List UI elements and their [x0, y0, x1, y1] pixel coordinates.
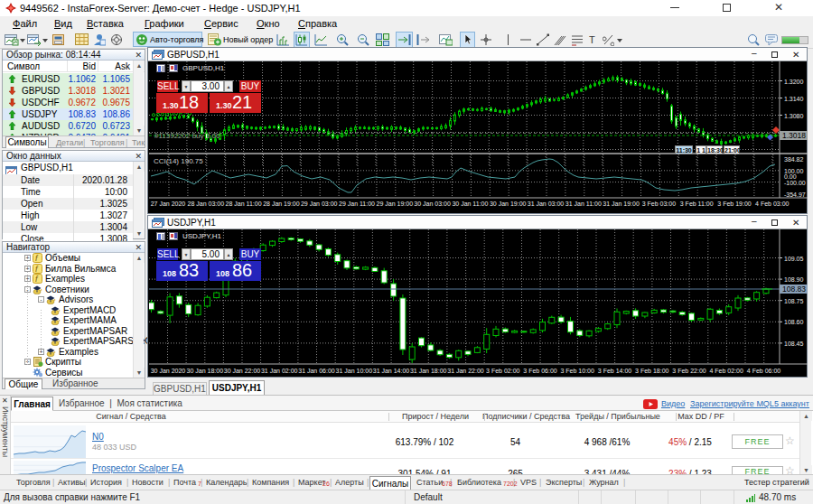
svg-text:384.82: 384.82 [784, 156, 804, 163]
svg-text:3 Feb 18:00: 3 Feb 18:00 [635, 368, 668, 374]
svg-text:31 Jan 11:00: 31 Jan 11:00 [565, 201, 602, 207]
svg-text:#11392202 buy 3.00: #11392202 buy 3.00 [154, 132, 220, 140]
svg-text:29 Jan 11:00: 29 Jan 11:00 [339, 201, 375, 207]
svg-text:3 Feb 22:00: 3 Feb 22:00 [672, 368, 706, 374]
svg-text:31 Jan 22:00: 31 Jan 22:00 [447, 368, 484, 374]
svg-text:31 Jan 14:00: 31 Jan 14:00 [373, 368, 410, 374]
svg-text:4 Feb 02:00: 4 Feb 02:00 [710, 368, 743, 374]
svg-text:1.3200: 1.3200 [784, 79, 804, 85]
svg-text:30 Jan 18:00: 30 Jan 18:00 [187, 368, 224, 374]
svg-text:4 Feb 03:00: 4 Feb 03:00 [755, 201, 789, 207]
svg-text:31 Jan 10:00: 31 Jan 10:00 [336, 368, 373, 374]
svg-text:28 Jan 19:00: 28 Jan 19:00 [263, 201, 300, 207]
svg-text:31 Jan 18:00: 31 Jan 18:00 [410, 368, 447, 374]
svg-text:31 Jan 02:00: 31 Jan 02:00 [261, 368, 298, 374]
svg-text:28 Jan 11:00: 28 Jan 11:00 [226, 201, 262, 207]
svg-text:1.3140: 1.3140 [784, 96, 804, 102]
svg-text:30 Jan 19:00: 30 Jan 19:00 [490, 201, 527, 207]
svg-text:29 Jan 19:00: 29 Jan 19:00 [377, 201, 414, 207]
svg-text:31 Jan 06:00: 31 Jan 06:00 [298, 368, 335, 374]
svg-text:31 Jan 19:00: 31 Jan 19:00 [603, 201, 640, 207]
svg-text:1.3018: 1.3018 [782, 131, 806, 140]
svg-text:27 Jan 2020: 27 Jan 2020 [151, 201, 186, 207]
svg-text:30 Jan 03:00: 30 Jan 03:00 [414, 201, 451, 207]
svg-text:31 Jan 03:00: 31 Jan 03:00 [528, 201, 565, 207]
svg-text:3 Feb 10:00: 3 Feb 10:00 [561, 368, 594, 374]
svg-text:108.60: 108.60 [784, 319, 804, 325]
svg-text:30 Jan 22:00: 30 Jan 22:00 [224, 368, 261, 374]
svg-text:3 Feb 06:00: 3 Feb 06:00 [523, 368, 556, 374]
svg-text:CCI(14) 190.75: CCI(14) 190.75 [154, 157, 203, 165]
svg-text:108.90: 108.90 [784, 276, 804, 283]
svg-text:-100.00: -100.00 [784, 180, 806, 186]
svg-text:28 Jan 03:00: 28 Jan 03:00 [188, 201, 225, 207]
svg-text:30 Jan 11:00: 30 Jan 11:00 [452, 201, 488, 207]
svg-text:3 Feb 14:00: 3 Feb 14:00 [598, 368, 631, 374]
svg-text:1.3080: 1.3080 [784, 113, 804, 119]
svg-text:108.45: 108.45 [784, 341, 804, 347]
svg-text:109.05: 109.05 [784, 256, 804, 262]
svg-text:3 Feb 11:00: 3 Feb 11:00 [680, 201, 714, 207]
svg-text:-354.97: -354.97 [784, 191, 806, 198]
svg-text:30 Jan 2020: 30 Jan 2020 [151, 368, 186, 374]
svg-text:3 Feb 03:00: 3 Feb 03:00 [642, 201, 676, 207]
svg-text:3 Feb 02:00: 3 Feb 02:00 [486, 368, 519, 374]
svg-text:T: T [589, 34, 595, 45]
svg-text:108.83: 108.83 [782, 285, 806, 294]
svg-text:29 Jan 03:00: 29 Jan 03:00 [301, 201, 338, 207]
svg-text:3 Feb 19:00: 3 Feb 19:00 [717, 201, 751, 207]
svg-text:4 Feb 06:00: 4 Feb 06:00 [747, 368, 780, 374]
svg-text:108.75: 108.75 [784, 298, 804, 304]
